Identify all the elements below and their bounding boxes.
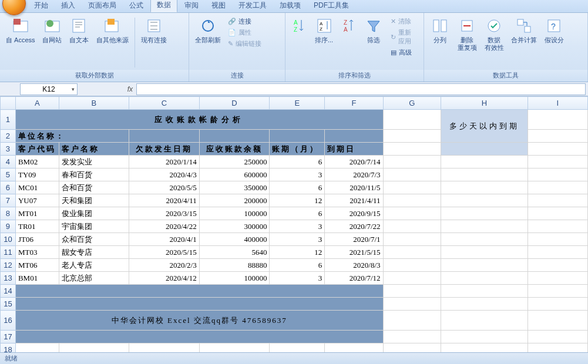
cell-date[interactable]: 2020/4/22 [129,220,200,233]
row-header[interactable]: 17 [1,331,16,343]
advanced-button[interactable]: ▤高级 [388,48,420,58]
cell-amt[interactable]: 100000 [199,207,270,220]
ribbon-tab-7[interactable]: 开发工具 [233,0,273,12]
row-header[interactable]: 16 [1,311,16,331]
ribbon-tab-3[interactable]: 公式 [123,0,149,12]
data-validation-button[interactable]: 数据 有效性 [482,15,506,53]
cell-amt[interactable]: 88880 [199,259,270,272]
worksheet[interactable]: ABCDEFGHI1应收账款帐龄分析多少天以内到期2单位名称：3客户代码客户名称… [0,96,588,352]
col-amt[interactable]: 应收账款余额 [199,143,270,156]
sort-desc-button[interactable]: ZA [339,15,359,36]
cell-due[interactable]: 2020/7/3 [325,168,383,181]
cell-date[interactable]: 2020/4/1 [129,233,200,246]
text-to-columns-button[interactable]: 分列 [428,15,452,45]
col-due[interactable]: 到期日 [325,143,383,156]
cell-code[interactable]: TY09 [15,168,59,181]
cell-name[interactable]: 宇宙集团 [59,220,129,233]
sheet-title[interactable]: 应收账款帐龄分析 [15,110,383,130]
cell-code[interactable]: TR01 [15,220,59,233]
ribbon-tab-2[interactable]: 页面布局 [82,0,122,12]
cell-amt[interactable]: 250000 [199,156,270,168]
row-header[interactable]: 15 [1,298,16,311]
whatif-button[interactable]: ? 假设分 [542,15,566,45]
cell-due[interactable]: 2020/7/22 [325,220,383,233]
ribbon-tab-9[interactable]: PDF工具集 [308,0,355,12]
cell-date[interactable]: 2020/5/15 [129,246,200,259]
sort-asc-button[interactable]: AZ [289,15,310,36]
row-header[interactable]: 12 [1,259,16,272]
cell-amt[interactable]: 100000 [199,272,270,285]
row-header[interactable]: 18 [1,343,16,353]
cell-code[interactable]: JT06 [15,233,59,246]
row-header[interactable]: 7 [1,194,16,207]
col-header[interactable]: B [59,97,129,110]
ribbon-tab-4[interactable]: 数据 [150,0,177,12]
row-header[interactable]: 5 [1,168,16,181]
cell-term[interactable]: 6 [270,259,325,272]
cell-amt[interactable]: 350000 [199,181,270,194]
cell-due[interactable]: 2021/5/15 [325,246,383,259]
cell-name[interactable]: 天和集团 [59,194,129,207]
name-box[interactable]: K12 [20,83,78,95]
col-header[interactable]: G [383,97,441,110]
cell-amt[interactable]: 300000 [199,220,270,233]
ribbon-tab-8[interactable]: 加载项 [274,0,307,12]
cell-name[interactable]: 俊业集团 [59,207,129,220]
col-code[interactable]: 客户代码 [15,143,59,156]
cell-date[interactable]: 2020/2/3 [129,259,200,272]
from-text-button[interactable]: 自文本 [67,15,92,45]
cell-date[interactable]: 2020/4/11 [129,194,200,207]
cell-date[interactable]: 2020/4/3 [129,168,200,181]
refresh-all-button[interactable]: 全部刷新 [193,15,223,45]
cell-code[interactable]: MT01 [15,207,59,220]
cell-term[interactable]: 6 [270,181,325,194]
cell-due[interactable]: 2020/8/3 [325,259,383,272]
from-access-button[interactable]: 自 Access [4,15,38,45]
cell-due[interactable]: 2020/7/1 [325,233,383,246]
cell-term[interactable]: 6 [270,156,325,168]
row-header[interactable]: 3 [1,143,16,156]
cell-due[interactable]: 2020/9/15 [325,207,383,220]
row-header[interactable]: 14 [1,285,16,298]
row-header[interactable]: 6 [1,181,16,194]
cell-due[interactable]: 2020/7/14 [325,156,383,168]
cell-date[interactable]: 2020/1/14 [129,156,200,168]
cell-code[interactable]: YU07 [15,194,59,207]
cell-code[interactable]: BM01 [15,272,59,285]
ribbon-tab-6[interactable]: 视图 [206,0,231,12]
cell-term[interactable]: 6 [270,207,325,220]
cell-term[interactable]: 3 [270,220,325,233]
cell-date[interactable]: 2020/3/15 [129,207,200,220]
fx-label[interactable]: fx [78,85,136,93]
cell-term[interactable]: 3 [270,168,325,181]
cell-code[interactable]: MT06 [15,259,59,272]
cell-due[interactable]: 2020/11/5 [325,181,383,194]
row-header[interactable]: 11 [1,246,16,259]
sort-button[interactable]: AZ 排序... [312,15,337,45]
cell-date[interactable]: 2020/4/12 [129,272,200,285]
row-header[interactable]: 10 [1,233,16,246]
col-header[interactable] [1,97,16,110]
cell-name[interactable]: 北京总部 [59,272,129,285]
row-header[interactable]: 13 [1,272,16,285]
cell-name[interactable]: 老人专店 [59,259,129,272]
cell-term[interactable]: 3 [270,272,325,285]
cell-code[interactable]: MC01 [15,181,59,194]
footer-note[interactable]: 中华会计网校 Excel 交流qq群号 476589637 [15,311,383,331]
remove-dup-button[interactable]: 删除 重复项 [455,15,479,53]
cell-amt[interactable]: 200000 [199,194,270,207]
cell-name[interactable]: 靓女专店 [59,246,129,259]
col-header[interactable]: C [129,97,200,110]
col-date[interactable]: 欠款发生日期 [129,143,200,156]
cell-due[interactable]: 2020/7/12 [325,272,383,285]
cell-term[interactable]: 12 [270,246,325,259]
cell-code[interactable]: MT03 [15,246,59,259]
cell[interactable] [527,110,587,130]
row-header[interactable]: 8 [1,207,16,220]
col-header[interactable]: E [270,97,325,110]
cell-name[interactable]: 发发实业 [59,156,129,168]
col-header[interactable]: I [527,97,587,110]
cell-amt[interactable]: 5640 [199,246,270,259]
unit-name-label[interactable]: 单位名称： [15,130,129,143]
col-name[interactable]: 客户名称 [59,143,129,156]
